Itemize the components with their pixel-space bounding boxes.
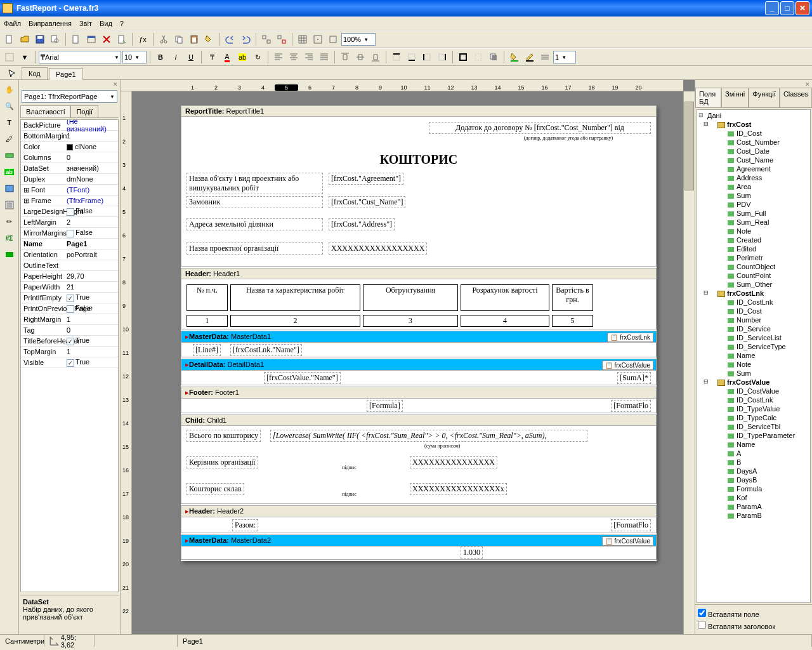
line-field[interactable]: [Line#] xyxy=(193,344,221,356)
tab-variables[interactable]: Змінні xyxy=(721,88,749,107)
detail-name-field[interactable]: [frxCostValue."Name"] xyxy=(264,372,341,384)
newdialog-icon[interactable] xyxy=(84,32,98,46)
col3-num[interactable]: 3 xyxy=(363,315,458,327)
styledrop-icon[interactable]: ▼ xyxy=(18,50,32,64)
md2-value[interactable]: 1.030 xyxy=(461,547,483,559)
menu-report[interactable]: Звіт xyxy=(79,20,92,27)
col1-header[interactable]: № п.ч. xyxy=(187,284,228,311)
addendum-field[interactable]: Додаток до договору № [frxCost."Cost_Num… xyxy=(429,122,651,134)
band-header2[interactable]: ▸Header: Header2 Разом: [FormatFlo xyxy=(181,505,657,533)
insert-caption-checkbox[interactable]: Вставляти заголовок xyxy=(698,620,809,632)
format-field[interactable]: [FormatFlo xyxy=(611,400,651,412)
bold-icon[interactable]: B xyxy=(154,50,167,64)
band-icon[interactable] xyxy=(3,149,16,162)
subreport-icon[interactable] xyxy=(3,198,16,212)
minimize-button[interactable]: _ xyxy=(765,1,779,15)
save-icon[interactable] xyxy=(33,32,47,46)
col1-num[interactable]: 1 xyxy=(187,315,228,327)
property-grid[interactable]: BackPicture(Не визначений)BottomMargin1C… xyxy=(20,119,119,592)
author-value[interactable]: XXXXXXXXXXXXXXXXx xyxy=(410,483,507,495)
dataset-badge[interactable]: 📋 frxCostLnk xyxy=(607,333,653,342)
col5-header[interactable]: Вартість в грн. xyxy=(552,284,593,311)
row4-label[interactable]: Назва проектної організації xyxy=(187,242,323,255)
band-footer[interactable]: ▸Footer: Footer1 [Formula] [FormatFlo xyxy=(181,387,657,413)
row3-value[interactable]: [frxCost."Address"] xyxy=(329,218,395,230)
open-icon[interactable] xyxy=(18,32,32,46)
align-middle-icon[interactable] xyxy=(353,50,367,64)
align-top-icon[interactable] xyxy=(338,50,352,64)
linewidth-combo[interactable]: 1▼ xyxy=(553,51,576,63)
report-title-text[interactable]: КОШТОРИС xyxy=(378,152,459,168)
fitgrid-icon[interactable] xyxy=(326,32,340,46)
col4-num[interactable]: 4 xyxy=(461,315,549,327)
zoom-combo[interactable]: 100%▼ xyxy=(341,33,376,46)
align-left-icon[interactable] xyxy=(272,50,285,64)
frame-all-icon[interactable] xyxy=(456,50,470,64)
format2-field[interactable]: [FormatFlo xyxy=(611,519,651,531)
math-icon[interactable]: #Σ xyxy=(3,231,16,245)
redo-icon[interactable] xyxy=(239,32,252,46)
band-masterdata[interactable]: ▸MasterData: MasterData1📋 frxCostLnk [Li… xyxy=(181,331,657,357)
tab-properties[interactable]: Властивості xyxy=(20,105,70,117)
align-bottom-icon[interactable] xyxy=(369,50,383,64)
tab-functions[interactable]: Функції xyxy=(749,88,780,107)
col4-header[interactable]: Розрахунок вартості xyxy=(461,284,549,311)
fontsettings-icon[interactable]: ₸ xyxy=(205,50,219,64)
newpage-icon[interactable] xyxy=(69,32,83,46)
row3-label[interactable]: Адреса земельної ділянки xyxy=(187,218,323,230)
hand-icon[interactable]: ✋ xyxy=(3,83,16,96)
band-child[interactable]: Child: Child1 Всього по кошторису [Lower… xyxy=(181,415,657,504)
deletepage-icon[interactable] xyxy=(100,32,114,46)
report-page[interactable]: ReportTitle: ReportTitle1 Додаток до дог… xyxy=(181,105,657,561)
frame-left-icon[interactable] xyxy=(420,50,434,64)
picture-icon[interactable] xyxy=(3,182,16,196)
row2-value[interactable]: [frxCost."Cust_Name"] xyxy=(329,196,405,208)
rotate-icon[interactable]: ↻ xyxy=(251,50,265,64)
cut-icon[interactable] xyxy=(157,32,171,46)
align-justify-icon[interactable] xyxy=(317,50,331,64)
row2-label[interactable]: Замовник xyxy=(187,196,323,208)
object-selector[interactable]: Page1: TfrxReportPage▼ xyxy=(22,90,117,103)
tab-code[interactable]: Код xyxy=(22,67,48,79)
paste-icon[interactable] xyxy=(187,32,201,46)
fontcolor-icon[interactable]: A xyxy=(220,50,234,64)
col2-header[interactable]: Назва та характеристика робіт xyxy=(230,284,360,311)
showgrid-icon[interactable] xyxy=(296,32,310,46)
name-field[interactable]: [frxCostLnk."Name"] xyxy=(230,344,302,356)
menu-file[interactable]: Файл xyxy=(4,20,21,27)
tab-page1[interactable]: Page1 xyxy=(49,68,83,80)
frame-bottom-icon[interactable] xyxy=(405,50,419,64)
row1-label[interactable]: Назва об'єкту і вид проектних або вишуку… xyxy=(187,173,323,194)
undo-icon[interactable] xyxy=(223,32,237,46)
format-icon[interactable]: 🖊 xyxy=(3,132,16,146)
band-reporttitle[interactable]: ReportTitle: ReportTitle1 Додаток до дог… xyxy=(181,105,657,267)
menu-edit[interactable]: Виправлення xyxy=(29,20,72,27)
draw-icon[interactable]: ✏ xyxy=(3,215,16,229)
align-center-icon[interactable] xyxy=(287,50,301,64)
shadow-icon[interactable] xyxy=(487,50,501,64)
vertical-scrollbar[interactable] xyxy=(683,91,695,634)
col2-num[interactable]: 2 xyxy=(230,315,360,327)
fontsize-combo[interactable]: 10▼ xyxy=(122,51,147,63)
text-icon[interactable]: T xyxy=(3,116,16,129)
menu-view[interactable]: Вид xyxy=(100,20,112,27)
formatpaint-icon[interactable] xyxy=(202,32,216,46)
pointer-icon[interactable] xyxy=(5,67,19,81)
band-detaildata[interactable]: ▸DetailData: DetailData1📋 frxCostValue [… xyxy=(181,359,657,385)
row4-value[interactable]: XXXXXXXXXXXXXXXXX xyxy=(329,242,427,255)
ungroup-icon[interactable] xyxy=(275,32,289,46)
new-icon[interactable] xyxy=(3,32,16,46)
dataset-badge[interactable]: 📋 frxCostValue xyxy=(602,361,653,370)
group-icon[interactable] xyxy=(259,32,273,46)
total-label[interactable]: Всього по кошторису xyxy=(187,430,261,442)
frame-none-icon[interactable] xyxy=(471,50,485,64)
italic-icon[interactable]: I xyxy=(169,50,183,64)
author-label[interactable]: Кошторис склав xyxy=(187,483,244,495)
row1-value[interactable]: [frxCost."Agreement"] xyxy=(329,173,403,185)
copy-icon[interactable] xyxy=(172,32,186,46)
manager-value[interactable]: XXXXXXXXXXXXXXX xyxy=(410,456,497,468)
pagesettings-icon[interactable] xyxy=(115,32,129,46)
dataset-badge[interactable]: 📋 frxCostValue xyxy=(602,536,653,546)
tab-events[interactable]: Події xyxy=(70,105,98,117)
maximize-button[interactable]: □ xyxy=(780,1,794,15)
